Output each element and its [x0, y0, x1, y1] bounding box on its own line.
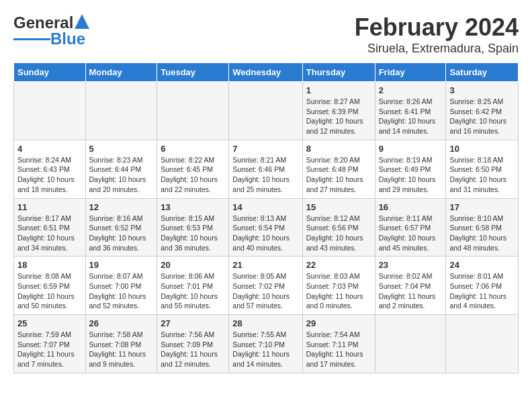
calendar-cell: 9Sunrise: 8:19 AM Sunset: 6:49 PM Daylig…	[375, 140, 446, 198]
calendar-cell: 15Sunrise: 8:12 AM Sunset: 6:56 PM Dayli…	[302, 198, 375, 257]
day-number: 25	[17, 318, 82, 328]
day-info: Sunrise: 8:22 AM Sunset: 6:45 PM Dayligh…	[161, 155, 225, 195]
day-number: 11	[17, 202, 82, 212]
day-info: Sunrise: 8:03 AM Sunset: 7:03 PM Dayligh…	[306, 271, 371, 311]
day-number: 1	[306, 85, 371, 95]
calendar-cell: 4Sunrise: 8:24 AM Sunset: 6:43 PM Daylig…	[14, 140, 86, 198]
day-number: 23	[379, 260, 443, 270]
day-info: Sunrise: 8:21 AM Sunset: 6:46 PM Dayligh…	[232, 155, 298, 195]
column-header-thursday: Thursday	[302, 63, 375, 82]
day-info: Sunrise: 7:55 AM Sunset: 7:10 PM Dayligh…	[232, 330, 298, 369]
day-info: Sunrise: 8:12 AM Sunset: 6:56 PM Dayligh…	[306, 214, 371, 253]
day-info: Sunrise: 8:27 AM Sunset: 6:39 PM Dayligh…	[306, 97, 371, 136]
week-row-4: 18Sunrise: 8:08 AM Sunset: 6:59 PM Dayli…	[14, 257, 519, 315]
day-number: 5	[89, 144, 154, 154]
day-number: 3	[449, 85, 515, 95]
day-number: 19	[89, 260, 154, 270]
calendar-cell: 5Sunrise: 8:23 AM Sunset: 6:44 PM Daylig…	[85, 140, 157, 198]
day-number: 18	[17, 260, 82, 270]
calendar-cell: 19Sunrise: 8:07 AM Sunset: 7:00 PM Dayli…	[85, 257, 157, 315]
day-number: 24	[449, 260, 515, 270]
day-info: Sunrise: 8:02 AM Sunset: 7:04 PM Dayligh…	[379, 271, 443, 311]
column-header-wednesday: Wednesday	[229, 63, 302, 82]
day-number: 10	[449, 144, 515, 154]
calendar-table: SundayMondayTuesdayWednesdayThursdayFrid…	[13, 62, 519, 373]
day-info: Sunrise: 7:56 AM Sunset: 7:09 PM Dayligh…	[161, 330, 225, 369]
day-info: Sunrise: 8:25 AM Sunset: 6:42 PM Dayligh…	[449, 97, 515, 136]
column-header-sunday: Sunday	[14, 63, 86, 82]
day-number: 15	[306, 202, 371, 212]
calendar-cell: 7Sunrise: 8:21 AM Sunset: 6:46 PM Daylig…	[229, 140, 302, 198]
calendar-cell	[229, 82, 302, 140]
column-header-monday: Monday	[85, 63, 157, 82]
calendar-cell: 11Sunrise: 8:17 AM Sunset: 6:51 PM Dayli…	[14, 198, 86, 257]
location-subtitle: Siruela, Extremadura, Spain	[355, 42, 519, 56]
calendar-cell: 27Sunrise: 7:56 AM Sunset: 7:09 PM Dayli…	[157, 315, 229, 373]
day-number: 29	[306, 318, 371, 328]
calendar-cell: 23Sunrise: 8:02 AM Sunset: 7:04 PM Dayli…	[375, 257, 446, 315]
title-block: February 2024 Siruela, Extremadura, Spai…	[355, 13, 519, 56]
calendar-cell: 6Sunrise: 8:22 AM Sunset: 6:45 PM Daylig…	[157, 140, 229, 198]
day-info: Sunrise: 8:13 AM Sunset: 6:54 PM Dayligh…	[232, 214, 298, 253]
calendar-cell: 29Sunrise: 7:54 AM Sunset: 7:11 PM Dayli…	[302, 315, 375, 373]
calendar-cell: 28Sunrise: 7:55 AM Sunset: 7:10 PM Dayli…	[229, 315, 302, 373]
calendar-cell: 13Sunrise: 8:15 AM Sunset: 6:53 PM Dayli…	[157, 198, 229, 257]
day-number: 9	[379, 144, 443, 154]
calendar-cell: 2Sunrise: 8:26 AM Sunset: 6:41 PM Daylig…	[375, 82, 446, 140]
logo-blue: Blue	[50, 30, 85, 48]
day-number: 6	[161, 144, 225, 154]
calendar-cell: 10Sunrise: 8:18 AM Sunset: 6:50 PM Dayli…	[446, 140, 519, 198]
calendar-cell: 18Sunrise: 8:08 AM Sunset: 6:59 PM Dayli…	[14, 257, 86, 315]
day-info: Sunrise: 8:11 AM Sunset: 6:57 PM Dayligh…	[379, 214, 443, 253]
day-info: Sunrise: 8:05 AM Sunset: 7:02 PM Dayligh…	[232, 271, 298, 311]
week-row-3: 11Sunrise: 8:17 AM Sunset: 6:51 PM Dayli…	[14, 198, 519, 257]
column-header-saturday: Saturday	[446, 63, 519, 82]
day-info: Sunrise: 8:18 AM Sunset: 6:50 PM Dayligh…	[449, 155, 515, 195]
day-info: Sunrise: 7:58 AM Sunset: 7:08 PM Dayligh…	[89, 330, 154, 369]
logo-icon	[75, 14, 89, 29]
calendar-cell: 8Sunrise: 8:20 AM Sunset: 6:48 PM Daylig…	[302, 140, 375, 198]
day-info: Sunrise: 8:26 AM Sunset: 6:41 PM Dayligh…	[379, 97, 443, 136]
calendar-cell: 25Sunrise: 7:59 AM Sunset: 7:07 PM Dayli…	[14, 315, 86, 373]
day-info: Sunrise: 7:59 AM Sunset: 7:07 PM Dayligh…	[17, 330, 82, 369]
day-number: 4	[17, 144, 82, 154]
calendar-cell: 12Sunrise: 8:16 AM Sunset: 6:52 PM Dayli…	[85, 198, 157, 257]
calendar-cell: 24Sunrise: 8:01 AM Sunset: 7:06 PM Dayli…	[446, 257, 519, 315]
day-number: 8	[306, 144, 371, 154]
day-number: 27	[161, 318, 225, 328]
day-info: Sunrise: 8:01 AM Sunset: 7:06 PM Dayligh…	[449, 271, 515, 311]
day-info: Sunrise: 8:24 AM Sunset: 6:43 PM Dayligh…	[17, 155, 82, 195]
logo: General Blue	[13, 13, 89, 48]
week-row-2: 4Sunrise: 8:24 AM Sunset: 6:43 PM Daylig…	[14, 140, 519, 198]
header-row: SundayMondayTuesdayWednesdayThursdayFrid…	[14, 63, 519, 82]
calendar-cell: 17Sunrise: 8:10 AM Sunset: 6:58 PM Dayli…	[446, 198, 519, 257]
svg-marker-0	[75, 14, 89, 29]
day-info: Sunrise: 8:06 AM Sunset: 7:01 PM Dayligh…	[161, 271, 225, 311]
day-info: Sunrise: 8:19 AM Sunset: 6:49 PM Dayligh…	[379, 155, 443, 195]
column-header-friday: Friday	[375, 63, 446, 82]
day-number: 2	[379, 85, 443, 95]
day-info: Sunrise: 8:16 AM Sunset: 6:52 PM Dayligh…	[89, 214, 154, 253]
day-number: 26	[89, 318, 154, 328]
calendar-cell: 21Sunrise: 8:05 AM Sunset: 7:02 PM Dayli…	[229, 257, 302, 315]
day-info: Sunrise: 8:17 AM Sunset: 6:51 PM Dayligh…	[17, 214, 82, 253]
calendar-cell	[446, 315, 519, 373]
calendar-cell: 1Sunrise: 8:27 AM Sunset: 6:39 PM Daylig…	[302, 82, 375, 140]
week-row-5: 25Sunrise: 7:59 AM Sunset: 7:07 PM Dayli…	[14, 315, 519, 373]
day-number: 17	[449, 202, 515, 212]
page-header: General Blue February 2024 Siruela, Extr…	[13, 13, 519, 56]
week-row-1: 1Sunrise: 8:27 AM Sunset: 6:39 PM Daylig…	[14, 82, 519, 140]
day-info: Sunrise: 8:08 AM Sunset: 6:59 PM Dayligh…	[17, 271, 82, 311]
calendar-cell	[85, 82, 157, 140]
day-info: Sunrise: 8:23 AM Sunset: 6:44 PM Dayligh…	[89, 155, 154, 195]
day-number: 22	[306, 260, 371, 270]
day-info: Sunrise: 8:15 AM Sunset: 6:53 PM Dayligh…	[161, 214, 225, 253]
day-number: 21	[232, 260, 298, 270]
calendar-cell	[375, 315, 446, 373]
month-year-title: February 2024	[355, 13, 519, 42]
calendar-cell: 20Sunrise: 8:06 AM Sunset: 7:01 PM Dayli…	[157, 257, 229, 315]
day-info: Sunrise: 7:54 AM Sunset: 7:11 PM Dayligh…	[306, 330, 371, 369]
day-number: 12	[89, 202, 154, 212]
day-info: Sunrise: 8:07 AM Sunset: 7:00 PM Dayligh…	[89, 271, 154, 311]
day-info: Sunrise: 8:20 AM Sunset: 6:48 PM Dayligh…	[306, 155, 371, 195]
